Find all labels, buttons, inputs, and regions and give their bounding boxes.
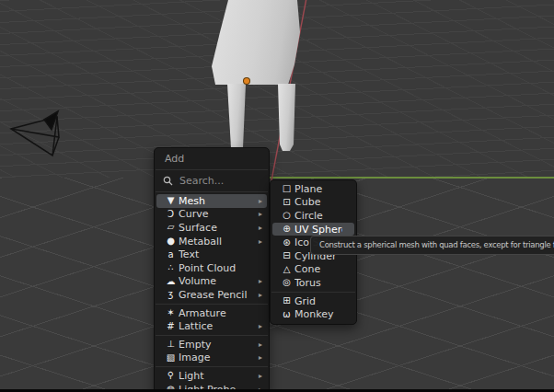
surface-icon: ▱ [163,223,179,232]
submenu-arrow-icon: ▸ [255,197,262,205]
menu-item-label: Point Cloud [179,262,255,274]
volume-icon: ☁ [163,277,179,286]
submenu-arrow-icon: ▸ [255,237,262,246]
menu-separator [156,191,268,192]
object-origin-dot [244,78,249,84]
menu-item-label: Metaball [179,236,255,248]
search-placeholder: Search... [179,175,224,187]
menu-item-empty[interactable]: ⊥Empty▸ [156,338,267,352]
grease-pencil-icon: ʒ [163,290,179,299]
menu-item-image[interactable]: ▧Image▸ [156,352,267,365]
menu-item-label: Cone [294,263,342,275]
cylinder-icon: ⊟ [279,251,294,260]
menu-item-label: Armature [179,307,255,319]
menu-item-label: Surface [179,222,255,234]
image-icon: ▧ [163,353,179,363]
submenu-arrow-icon: ▸ [255,322,262,330]
menu-item-armature[interactable]: ✶Armature [156,306,267,320]
menu-item-plane[interactable]: □Plane [272,182,354,196]
search-icon [163,176,173,186]
lattice-icon: # [163,322,179,331]
character-model-skirt[interactable] [212,0,304,85]
menu-separator [271,292,355,293]
ico-sphere-icon: ⊛ [279,238,294,248]
menu-item-label: Curve [179,208,255,220]
submenu-arrow-icon: ▸ [255,340,262,349]
menu-item-lattice[interactable]: #Lattice▸ [156,319,267,333]
submenu-arrow-icon: ▸ [255,353,262,362]
submenu-arrow-icon: ▸ [255,372,262,380]
menu-item-label: Circle [294,210,342,222]
blender-3d-viewport: Add Search... ▼Mesh▸ƆCurve▸▱Surface▸●Met… [0,0,554,392]
curve-icon: Ɔ [163,210,179,219]
search-input[interactable]: Search... [155,172,269,190]
menu-item-label: Image [179,352,255,363]
submenu-arrow-icon: ▸ [255,224,262,232]
cone-icon: △ [279,265,294,274]
submenu-arrow-icon: ▸ [255,210,262,218]
menu-item-light[interactable]: ⚲Light▸ [156,369,267,383]
menu-item-grease-pencil[interactable]: ʒGrease Pencil▸ [156,288,267,302]
menu-item-point-cloud[interactable]: ∴Point Cloud [156,261,267,275]
menu-separator [156,335,268,336]
text-icon: a [163,250,179,259]
light-icon: ⚲ [163,371,179,380]
circle-icon: ○ [279,211,294,220]
armature-icon: ✶ [163,308,179,317]
menu-item-label: Light [179,370,255,382]
menu-item-cone[interactable]: △Cone [272,263,354,277]
uv-sphere-icon: ⊕ [279,225,294,234]
add-menu-title: Add [155,148,269,167]
menu-item-label: Torus [294,277,342,289]
menu-item-monkey[interactable]: ωMonkey [272,307,354,321]
metaball-icon: ● [163,236,179,246]
menu-separator [156,366,268,367]
menu-item-circle[interactable]: ○Circle [272,209,354,223]
empty-icon: ⊥ [163,340,179,349]
menu-item-metaball[interactable]: ●Metaball▸ [156,235,267,248]
menu-item-label: Lattice [179,320,255,332]
menu-item-label: Volume [179,275,255,287]
menu-item-volume[interactable]: ☁Volume▸ [156,275,267,289]
menu-item-label: Text [179,248,255,260]
uv-sphere-tooltip: Construct a spherical mesh with quad fac… [310,236,554,255]
cube-icon: ⊡ [279,198,294,207]
menu-item-cube[interactable]: ⊡Cube [272,196,354,210]
submenu-arrow-icon: ▸ [255,291,262,299]
camera-object-wireframe[interactable] [11,111,59,156]
menu-item-curve[interactable]: ƆCurve▸ [156,208,267,222]
point-cloud-icon: ∴ [163,263,179,272]
add-menu: Add Search... ▼Mesh▸ƆCurve▸▱Surface▸●Met… [154,147,270,392]
menu-item-label: Grease Pencil [179,289,255,301]
menu-item-text[interactable]: aText [156,248,267,261]
add-menu-items: ▼Mesh▸ƆCurve▸▱Surface▸●Metaball▸aText∴Po… [155,194,269,392]
menu-item-label: Monkey [294,308,342,320]
grid-icon: ⊞ [279,296,294,306]
menu-item-grid[interactable]: ⊞Grid [272,294,354,308]
menu-separator [156,304,268,305]
submenu-arrow-icon: ▸ [255,277,262,285]
menu-item-torus[interactable]: ◎Torus [272,276,354,290]
menu-item-label: Grid [294,295,342,307]
menu-item-label: Empty [179,339,255,351]
menu-item-label: Plane [294,183,342,195]
menu-item-uv-sphere[interactable]: ⊕UV Sphere [272,223,354,236]
torus-icon: ◎ [279,278,294,287]
mesh-icon: ▼ [163,196,179,205]
menu-item-label: UV Sphere [294,224,342,236]
character-model-right-leg[interactable] [277,84,296,151]
plane-icon: □ [279,184,294,193]
menu-item-label: Mesh [179,195,255,207]
menu-item-label: Cube [294,196,342,208]
menu-item-surface[interactable]: ▱Surface▸ [156,221,267,235]
monkey-icon: ω [279,310,294,319]
menu-separator [156,169,268,170]
menu-item-mesh[interactable]: ▼Mesh▸ [156,194,267,208]
